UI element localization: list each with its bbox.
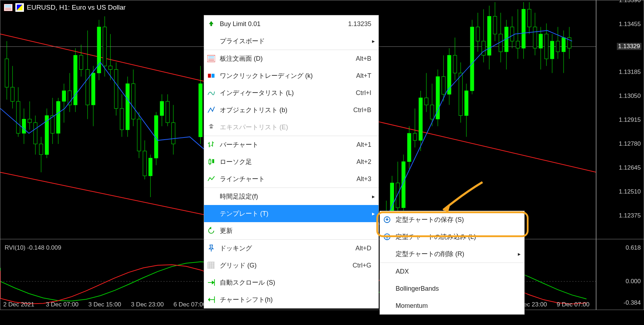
- bar-icon: [204, 141, 218, 149]
- svg-rect-26: [68, 91, 71, 105]
- submenu-delete-template[interactable]: 定型チャートの削除 (R)▶: [380, 245, 524, 262]
- menu-template[interactable]: テンプレート (T)▶: [204, 205, 378, 222]
- svg-rect-22: [56, 101, 60, 133]
- svg-rect-164: [212, 159, 214, 163]
- ol-icon: [204, 106, 218, 114]
- menu-buy-limit[interactable]: Buy Limit 0.011.13235: [204, 15, 378, 32]
- menu-docking[interactable]: ドッキングAlt+D: [204, 240, 378, 257]
- menu-one-click[interactable]: ワンクリックトレーディング (k)Alt+T: [204, 67, 378, 84]
- svg-rect-90: [425, 98, 428, 105]
- submenu-template-bollingerbands[interactable]: BollingerBands: [380, 280, 524, 297]
- indicator-axis: 0.6180.000-0.384: [596, 239, 644, 310]
- svg-rect-96: [442, 76, 445, 94]
- grid-icon: [204, 261, 218, 269]
- time-label: 2 Dec 2021: [3, 301, 34, 308]
- svg-rect-6: [11, 87, 14, 101]
- svg-rect-44: [120, 109, 124, 130]
- svg-rect-130: [539, 34, 543, 48]
- menu-indicator-list[interactable]: インディケータリスト (L)Ctrl+I: [204, 84, 378, 101]
- submenu-arrow-icon: ▶: [518, 252, 521, 256]
- svg-rect-30: [79, 55, 83, 70]
- svg-rect-50: [137, 119, 141, 151]
- time-label: 3 Dec 23:00: [131, 301, 164, 308]
- submenu-load-template[interactable]: 定型チャートの読み込み (L): [380, 228, 524, 245]
- mt-icon: [15, 3, 24, 12]
- time-label: 6 Dec 07:00: [174, 301, 207, 308]
- menu-grid[interactable]: グリッド (G)Ctrl+G: [204, 257, 378, 274]
- svg-rect-20: [51, 116, 54, 134]
- svg-rect-147: [207, 55, 215, 62]
- svg-rect-32: [86, 70, 89, 105]
- svg-rect-112: [487, 16, 491, 55]
- time-label: 3 Dec 07:00: [46, 301, 79, 308]
- menu-bar-chart[interactable]: バーチャートAlt+1: [204, 136, 378, 153]
- menu-refresh[interactable]: 更新: [204, 222, 378, 239]
- svg-rect-80: [396, 183, 400, 208]
- submenu-save-template[interactable]: 定型チャートの保存 (S): [380, 211, 524, 228]
- shift-icon: [204, 296, 218, 304]
- svg-rect-34: [91, 73, 95, 105]
- indicator-label: RVI(10) -0.148 0.009: [5, 244, 61, 251]
- chart-title: EURUSD, H1: Euro vs US Dollar: [27, 4, 126, 11]
- svg-rect-38: [103, 27, 106, 66]
- svg-rect-120: [510, 27, 514, 41]
- menu-object-list[interactable]: オブジェクトリスト (b)Ctrl+B: [204, 101, 378, 119]
- svg-rect-141: [4, 4, 13, 11]
- svg-rect-78: [390, 183, 394, 211]
- svg-rect-16: [39, 144, 43, 155]
- svg-rect-64: [199, 84, 202, 137]
- svg-rect-114: [493, 16, 497, 34]
- svg-rect-24: [62, 91, 66, 101]
- svg-rect-10: [22, 119, 26, 134]
- time-label: 3 Dec 15:00: [88, 301, 121, 308]
- line-icon: [204, 175, 218, 183]
- svg-rect-154: [210, 126, 212, 129]
- svg-rect-86: [413, 133, 417, 140]
- ref-icon: [204, 227, 218, 235]
- menu-line-chart[interactable]: ラインチャートAlt+3: [204, 170, 378, 188]
- dom-icon: [204, 55, 218, 62]
- menu-price-board[interactable]: プライスボード▶: [204, 32, 378, 50]
- menu-autoscroll[interactable]: 自動スクロール (S): [204, 274, 378, 291]
- svg-rect-46: [126, 84, 129, 130]
- svg-rect-110: [482, 41, 485, 55]
- load-icon: [380, 233, 394, 241]
- menu-candle[interactable]: ローソク足Alt+2: [204, 153, 378, 170]
- svg-rect-106: [470, 27, 474, 91]
- svg-rect-134: [550, 41, 554, 59]
- svg-rect-138: [562, 38, 565, 52]
- pin-icon: [204, 244, 218, 252]
- submenu-template-adx[interactable]: ADX: [380, 263, 524, 280]
- submenu-arrow-icon: ▶: [372, 212, 375, 216]
- menu-board-order[interactable]: 板注文画面 (D)Alt+B: [204, 50, 378, 67]
- template-submenu[interactable]: 定型チャートの保存 (S)定型チャートの読み込み (L)定型チャートの削除 (R…: [380, 211, 525, 315]
- svg-rect-54: [149, 158, 152, 176]
- svg-rect-88: [419, 98, 422, 140]
- svg-rect-153: [212, 74, 214, 78]
- svg-rect-60: [166, 101, 169, 123]
- save-icon: [380, 216, 394, 224]
- svg-rect-136: [556, 41, 560, 52]
- price-axis: 1.135901.134551.131851.130501.129151.127…: [596, 0, 644, 239]
- chart-title-bar: EURUSD, H1: Euro vs US Dollar: [4, 3, 126, 12]
- time-label: 9 Dec 07:00: [557, 301, 590, 308]
- submenu-template-momentum[interactable]: Momentum: [380, 297, 524, 314]
- oc-icon: [204, 72, 218, 80]
- menu-chartshift[interactable]: チャートシフト(h): [204, 291, 378, 308]
- il-icon: [204, 89, 218, 97]
- svg-rect-14: [34, 122, 37, 144]
- context-menu[interactable]: Buy Limit 0.011.13235プライスボード▶板注文画面 (D)Al…: [204, 15, 379, 309]
- svg-rect-62: [172, 122, 175, 144]
- svg-rect-128: [533, 27, 537, 48]
- svg-rect-84: [407, 133, 411, 161]
- cndl-icon: [204, 158, 218, 166]
- svg-rect-152: [208, 74, 211, 78]
- svg-rect-124: [522, 9, 525, 48]
- svg-rect-58: [160, 101, 164, 116]
- up-icon: [204, 20, 218, 28]
- svg-rect-12: [28, 119, 31, 123]
- dom-icon: [4, 4, 13, 11]
- menu-expert-list[interactable]: エキスパートリスト (E): [204, 119, 378, 136]
- svg-rect-132: [545, 34, 548, 59]
- menu-timeframe[interactable]: 時間足設定(f)▶: [204, 188, 378, 205]
